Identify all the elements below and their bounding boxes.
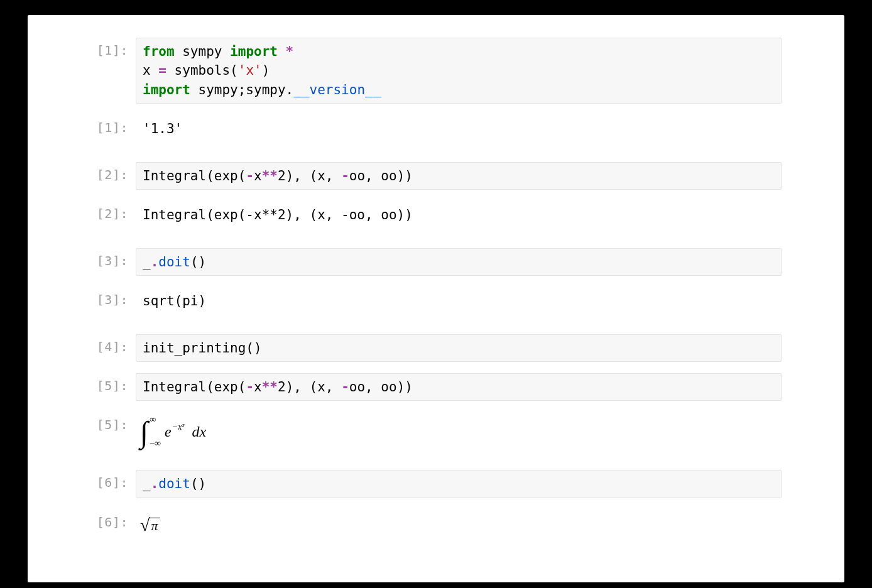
code-input[interactable]: _.doit() bbox=[136, 470, 782, 498]
lower-limit: −∞ bbox=[150, 439, 161, 448]
cell-prompt: [1]: bbox=[90, 115, 128, 135]
input-cell: [2]:Integral(exp(-x**2), (x, -oo, oo)) bbox=[90, 162, 782, 190]
text-output: sqrt(pi) bbox=[136, 287, 782, 315]
input-cell: [5]:Integral(exp(-x**2), (x, -oo, oo)) bbox=[90, 373, 782, 401]
sqrt-sign: √ bbox=[140, 513, 150, 538]
cell-prompt: [5]: bbox=[90, 412, 128, 432]
output-cell: [6]:√π bbox=[90, 509, 782, 542]
input-cell: [6]:_.doit() bbox=[90, 470, 782, 498]
upper-limit: ∞ bbox=[150, 415, 161, 424]
math-output: √π bbox=[136, 509, 782, 542]
base: e bbox=[165, 421, 172, 443]
integral-expression: ∫∞−∞ e−x² dx bbox=[140, 415, 777, 448]
cell-prompt: [6]: bbox=[90, 470, 128, 490]
output-cell: [1]:'1.3' bbox=[90, 115, 782, 143]
exponent: −x² bbox=[172, 421, 185, 433]
code-input[interactable]: Integral(exp(-x**2), (x, -oo, oo)) bbox=[136, 373, 782, 401]
cell-prompt: [2]: bbox=[90, 162, 128, 182]
cell-prompt: [3]: bbox=[90, 287, 128, 307]
cell-prompt: [4]: bbox=[90, 334, 128, 354]
integral-sign: ∫ bbox=[140, 418, 148, 445]
sqrt-body: π bbox=[150, 518, 160, 533]
differential: dx bbox=[188, 421, 207, 443]
output-cell: [5]:∫∞−∞ e−x² dx bbox=[90, 412, 782, 451]
text-output: Integral(exp(-x**2), (x, -oo, oo)) bbox=[136, 201, 782, 229]
cell-prompt: [5]: bbox=[90, 373, 128, 393]
sqrt-expression: √π bbox=[140, 513, 160, 538]
code-input[interactable]: _.doit() bbox=[136, 248, 782, 276]
math-output: ∫∞−∞ e−x² dx bbox=[136, 412, 782, 451]
code-input[interactable]: init_printing() bbox=[136, 334, 782, 362]
output-cell: [3]:sqrt(pi) bbox=[90, 287, 782, 315]
cell-prompt: [3]: bbox=[90, 248, 128, 268]
cell-prompt: [6]: bbox=[90, 509, 128, 530]
text-output: '1.3' bbox=[136, 115, 782, 143]
input-cell: [1]:from sympy import * x = symbols('x')… bbox=[90, 38, 782, 104]
cell-prompt: [1]: bbox=[90, 38, 128, 58]
input-cell: [4]:init_printing() bbox=[90, 334, 782, 362]
code-input[interactable]: Integral(exp(-x**2), (x, -oo, oo)) bbox=[136, 162, 782, 190]
output-cell: [2]:Integral(exp(-x**2), (x, -oo, oo)) bbox=[90, 201, 782, 229]
code-input[interactable]: from sympy import * x = symbols('x') imp… bbox=[136, 38, 782, 104]
integral-limits: ∞−∞ bbox=[150, 415, 161, 448]
input-cell: [3]:_.doit() bbox=[90, 248, 782, 276]
cell-prompt: [2]: bbox=[90, 201, 128, 221]
integrand: e−x² bbox=[165, 421, 185, 443]
notebook: [1]:from sympy import * x = symbols('x')… bbox=[28, 15, 844, 582]
